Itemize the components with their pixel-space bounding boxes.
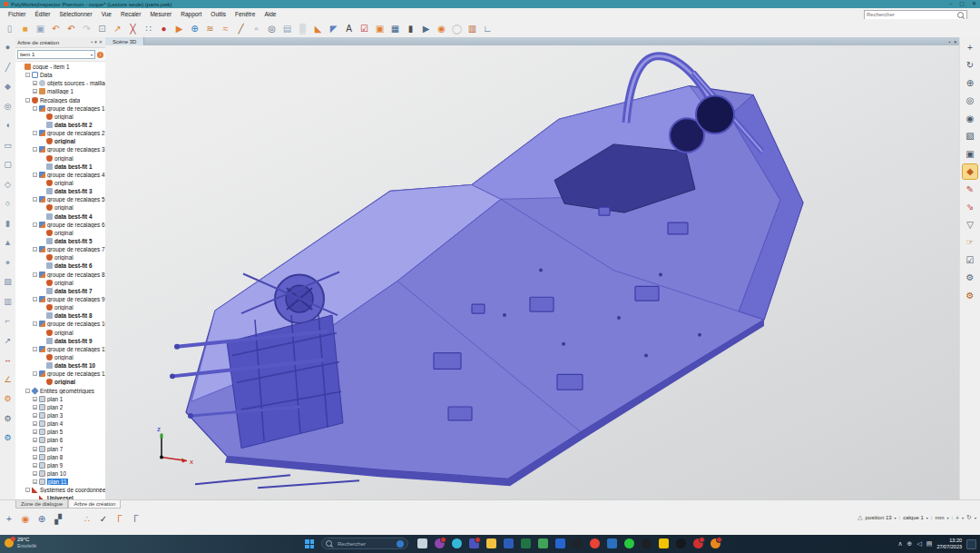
file-explorer-icon[interactable] [486,538,496,548]
tree-item[interactable]: - groupe de recalages 6 [15,221,105,229]
tree-item[interactable]: - Recalages data [15,96,105,104]
viewport-chevron-icon[interactable]: ▾ [954,39,956,44]
tree-expander-icon[interactable]: - [33,197,37,202]
tree-item[interactable]: data best-fit 6 [15,262,105,270]
gear-object-icon[interactable]: ⚙ [963,288,977,302]
position-caret-icon[interactable]: ▾ [895,516,897,520]
tree-expander-icon[interactable]: - [33,347,37,351]
item-combo[interactable]: item 1 ▾ [17,50,95,59]
chart-icon[interactable]: ∟ [481,22,495,35]
tree-item[interactable]: - groupe de recalages 7 [15,245,105,253]
camera-icon[interactable]: ▮ [404,22,417,35]
tree-expander-icon[interactable]: + [33,430,37,434]
status-layer[interactable]: calque 1 [903,515,924,520]
tree-expander-icon[interactable]: + [33,413,37,418]
close-icon[interactable]: ✕ [98,37,103,47]
dock-tab[interactable]: Zone de dialogue [15,500,68,509]
tree-expander-icon[interactable]: - [25,98,30,103]
status-position[interactable]: position 13 [866,515,892,520]
weather-widget[interactable]: 29°C Ensoleillé [5,537,36,548]
plane-icon[interactable]: ◆ [2,81,14,93]
tree-item[interactable]: + plan 6 [15,436,105,444]
tree-item[interactable]: + plan 9 [15,461,105,469]
tree-expander-icon[interactable]: + [33,405,37,410]
scene-3d[interactable]: z x [105,45,960,500]
tree-item[interactable]: - Entités géométriques [15,386,105,394]
menu-item[interactable]: Fichier [4,11,31,17]
tree-item[interactable]: data best-fit 10 [15,361,105,370]
tree-expander-icon[interactable]: + [33,397,37,401]
dock-tab[interactable]: Arbre de création [68,500,121,509]
notification-center-icon[interactable] [966,539,976,549]
circle-icon[interactable]: ◎ [2,101,14,113]
tree-item[interactable]: + plan 10 [15,469,105,478]
snap-mode-icon[interactable]: + [956,515,959,521]
tree-expander-icon[interactable]: + [33,455,37,459]
tree-item[interactable]: data best-fit 7 [15,287,105,295]
tree-item[interactable]: original [15,279,105,287]
start-button[interactable] [305,539,314,548]
teams-icon[interactable] [469,538,479,548]
menu-search-input[interactable] [865,12,957,18]
tree-item[interactable]: - groupe de recalages 9 [15,295,105,303]
tree-item[interactable]: - groupe de recalages 8 [15,271,105,279]
tree-expander-icon[interactable]: - [33,222,37,227]
rectangle-icon[interactable]: ▢ [2,159,14,171]
tree-item[interactable]: + plan 1 [15,395,105,403]
menu-item[interactable]: Vue [97,11,116,17]
tree-item[interactable]: data best-fit 4 [15,212,105,221]
tree-item[interactable]: original [15,353,105,361]
standard-views-icon[interactable]: ▣ [963,146,977,161]
tree-item[interactable]: data best-fit 1 [15,163,105,171]
tree-item[interactable]: + plan 11 [15,478,105,486]
tree-item[interactable]: original [15,137,105,145]
clipboard-icon[interactable]: ▥ [466,22,479,35]
polygon-icon[interactable]: ◇ [2,179,14,191]
vector-icon[interactable]: ↗ [2,335,14,347]
gear-gauge-icon[interactable]: ⚙ [2,413,14,425]
cloud-icon[interactable]: ▒ [296,22,309,35]
snapshot-icon[interactable]: ⊡ [95,22,109,35]
refresh-caret-icon[interactable]: ▾ [975,516,976,520]
tree-expander-icon[interactable]: + [33,463,37,468]
tree-item[interactable]: + objets sources - maillage 1 [15,79,105,87]
tree-item[interactable]: - groupe de recalages 4 [15,171,105,179]
tree-item[interactable]: + plan 7 [15,444,105,452]
tree-item[interactable]: data best-fit 8 [15,311,105,320]
tree-expander-icon[interactable]: + [33,438,37,442]
tree-expander-icon[interactable]: - [33,247,37,252]
polyline-icon[interactable]: ⌐ [2,315,14,327]
pick-hand-icon[interactable]: ☞ [963,235,977,250]
gear-feature-icon[interactable]: ⚙ [2,393,14,405]
gear-comparison-icon[interactable]: ⚙ [2,432,14,444]
tree-expander-icon[interactable]: - [33,297,37,301]
whatsapp-icon[interactable] [624,538,634,548]
tree-item[interactable]: original [15,179,105,187]
maximize-button[interactable]: ▢ [959,0,965,8]
ellipse-icon[interactable]: ○ [2,198,14,210]
minimize-button[interactable]: – [949,0,952,8]
dialog-zone-icon[interactable]: ☑ [963,252,977,267]
tree-expander-icon[interactable]: - [25,389,30,393]
tree-item[interactable]: - groupe de recalages 12 [15,370,105,378]
tree-expander-icon[interactable]: + [33,81,37,85]
tree-item[interactable]: - groupe de recalages 5 [15,195,105,203]
tree-expander-icon[interactable]: - [33,272,37,277]
probe-points-icon[interactable]: ╳ [126,22,140,35]
redo-icon[interactable]: ↷ [80,22,93,35]
rotate-view-icon[interactable]: ↻ [963,58,977,73]
tree-item[interactable]: original [15,154,105,163]
select-region-icon[interactable]: ▫ [250,22,263,35]
teamviewer-icon[interactable] [555,538,565,548]
translate-view-icon[interactable]: + [963,40,977,54]
tree-expander-icon[interactable]: + [33,471,37,476]
checklist-icon[interactable]: ☑ [358,22,371,35]
taskbar-search[interactable]: Rechercher [321,538,408,549]
flag-blue-icon[interactable]: ◤ [327,22,340,35]
zoom-in-icon[interactable]: ⊕ [963,75,977,90]
loop-app-icon[interactable] [573,538,583,548]
tab-scene-3d[interactable]: Scène 3D [105,37,144,45]
pause-macro-icon[interactable]: ◯ [450,22,464,35]
tree-item[interactable]: data best-fit 3 [15,187,105,195]
slot-icon[interactable]: ▭ [2,140,14,152]
